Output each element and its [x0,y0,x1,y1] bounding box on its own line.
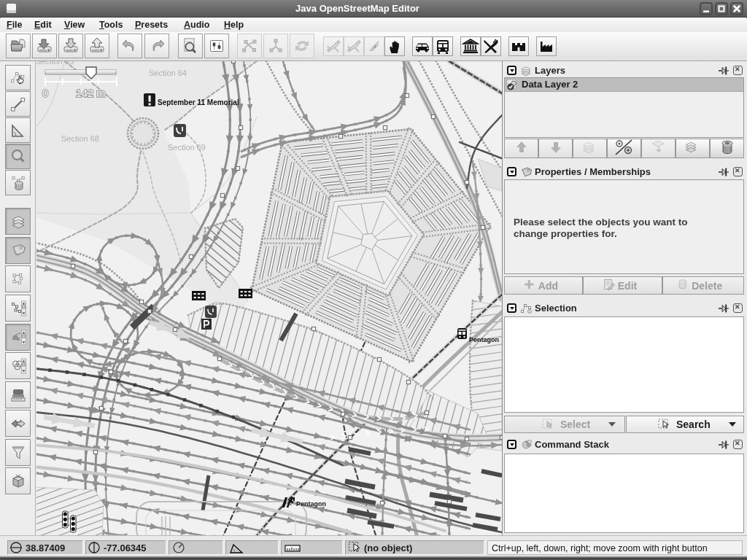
svg-text:Section 64: Section 64 [149,69,187,77]
svg-text:Section 68: Section 68 [61,134,99,143]
svg-text:142 m: 142 m [76,88,105,99]
svg-text:Section 69: Section 69 [168,143,206,152]
svg-text:Section 65: Section 65 [36,61,74,66]
svg-text:Pentagon: Pentagon [469,336,499,343]
svg-text:0: 0 [42,88,48,99]
svg-text:Pentagon: Pentagon [296,500,326,508]
svg-text:September 11 Memorial: September 11 Memorial [158,98,239,106]
